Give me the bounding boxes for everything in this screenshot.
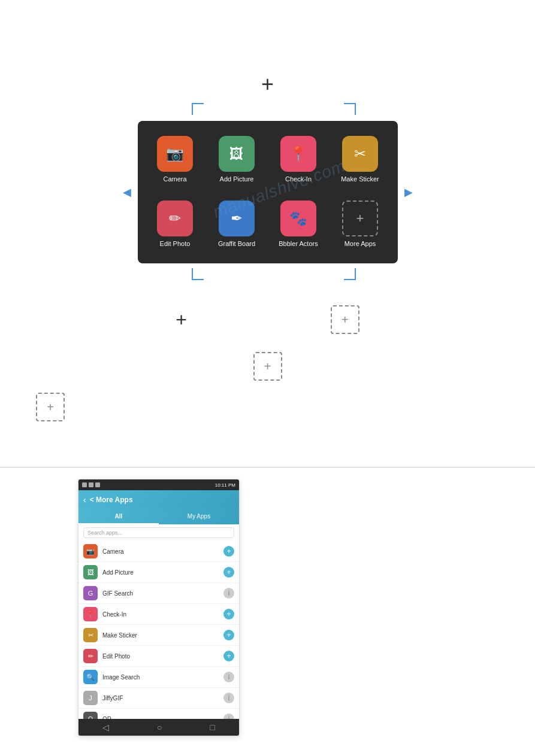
app-icon-graffiti-board: ✒ <box>219 201 255 236</box>
list-icon-image-search: 🔍 <box>83 670 98 684</box>
list-icon-jiffygif: J <box>83 691 98 705</box>
middle-section: + + + + <box>0 305 535 421</box>
list-label-gif-search: GIF Search <box>102 590 223 597</box>
list-item-add-picture[interactable]: 🖼Add Picture+ <box>78 562 239 583</box>
plus-row: + + <box>0 305 535 334</box>
status-bar: 10:11 PM <box>78 479 239 490</box>
list-label-camera: Camera <box>102 548 223 555</box>
list-label-image-search: Image Search <box>102 674 223 681</box>
list-item-image-search[interactable]: 🔍Image Searchi <box>78 667 239 688</box>
app-icon-more-apps: + <box>342 201 378 236</box>
plus-dashed-left-row: + <box>0 393 535 421</box>
app-icon-check-in: 📍 <box>280 136 316 172</box>
list-item-make-sticker[interactable]: ✂Make Sticker+ <box>78 625 239 646</box>
add-button-make-sticker[interactable]: + <box>223 630 234 640</box>
tab-all[interactable]: All <box>78 509 159 524</box>
list-item-camera[interactable]: 📷Camera+ <box>78 541 239 562</box>
app-label-edit-photo: Edit Photo <box>160 240 191 248</box>
add-button-edit-photo[interactable]: + <box>223 651 234 661</box>
app-label-graffiti-board: Graffit Board <box>218 240 255 248</box>
add-button-check-in[interactable]: + <box>223 609 234 620</box>
phone-tabs: AllMy Apps <box>78 509 239 524</box>
plus-dashed-center-row: + <box>0 352 535 381</box>
plus-solid-icon: + <box>176 309 187 331</box>
app-icon-add-picture: 🖼 <box>219 136 255 172</box>
tab-my-apps[interactable]: My Apps <box>159 509 239 524</box>
app-label-add-picture: Add Picture <box>220 175 254 183</box>
app-icon-edit-photo: ✏ <box>157 201 193 236</box>
top-plus-icon: + <box>261 72 274 97</box>
app-label-check-in: Check-In <box>285 175 312 183</box>
status-icons <box>82 482 100 487</box>
list-label-make-sticker: Make Sticker <box>102 632 223 639</box>
phone-nav-bar: ◁○□ <box>78 719 239 736</box>
nav-button-2[interactable]: □ <box>210 722 215 732</box>
list-icon-check-in: 📍 <box>83 607 98 621</box>
app-icon-camera: 📷 <box>157 136 193 172</box>
list-item-jiffygif[interactable]: JJiffyGIFi <box>78 688 239 709</box>
phone-header: ‹ < More Apps <box>78 490 239 509</box>
list-icon-camera: 📷 <box>83 544 98 558</box>
list-icon-add-picture: 🖼 <box>83 565 98 579</box>
status-time: 10:11 PM <box>215 482 235 488</box>
phone-app-list: 📷Camera+🖼Add Picture+GGIF Searchi📍Check-… <box>78 541 239 736</box>
app-icon-make-sticker: ✂ <box>342 136 378 172</box>
app-label-camera: Camera <box>163 175 186 183</box>
header-title: < More Apps <box>90 496 133 504</box>
add-button-camera[interactable]: + <box>223 546 234 557</box>
plus-dashed-left-icon: + <box>47 400 54 414</box>
bracket-top-left <box>192 103 204 115</box>
list-icon-edit-photo: ✏ <box>83 649 98 663</box>
plus-dashed-right-icon: + <box>341 313 349 327</box>
app-item-camera[interactable]: 📷Camera <box>147 130 204 190</box>
app-item-check-in[interactable]: 📍Check-In <box>270 130 327 190</box>
add-button-add-picture[interactable]: + <box>223 567 234 578</box>
nav-button-1[interactable]: ○ <box>157 722 162 732</box>
bracket-bottom-left <box>192 268 204 280</box>
plus-dashed-right-box[interactable]: + <box>331 305 359 334</box>
list-icon-make-sticker: ✂ <box>83 628 98 642</box>
app-item-more-apps[interactable]: +More Apps <box>332 195 389 254</box>
bracket-top-right <box>344 103 356 115</box>
list-label-check-in: Check-In <box>102 611 223 618</box>
search-bar[interactable]: Search apps... <box>83 527 234 538</box>
arrow-right-icon: ▶ <box>404 186 413 199</box>
app-item-edit-photo[interactable]: ✏Edit Photo <box>147 195 204 254</box>
phone-screenshot: 10:11 PM ‹ < More Apps AllMy Apps Search… <box>78 479 240 736</box>
battery-icon <box>95 482 100 487</box>
app-grid-wrapper: ◀ ▶ 📷Camera🖼Add Picture📍Check-In✂Make St… <box>138 121 398 263</box>
signal-icon <box>82 482 87 487</box>
plus-dashed-center-icon: + <box>264 360 271 374</box>
app-item-make-sticker[interactable]: ✂Make Sticker <box>332 130 389 190</box>
app-item-bbbler-actors[interactable]: 🐾Bbbler Actors <box>270 195 327 254</box>
app-grid: 📷Camera🖼Add Picture📍Check-In✂Make Sticke… <box>138 121 398 263</box>
plus-dashed-center-box[interactable]: + <box>253 352 282 381</box>
section-divider <box>0 467 535 467</box>
list-label-add-picture: Add Picture <box>102 569 223 576</box>
list-item-check-in[interactable]: 📍Check-In+ <box>78 604 239 625</box>
wifi-icon <box>89 482 93 487</box>
list-item-gif-search[interactable]: GGIF Searchi <box>78 583 239 604</box>
app-icon-bbbler-actors: 🐾 <box>280 201 316 236</box>
top-section: + ◀ ▶ 📷Camera🖼Add Picture📍Check-In✂Make … <box>0 72 535 263</box>
nav-button-0[interactable]: ◁ <box>102 722 109 732</box>
list-label-jiffygif: JiffyGIF <box>102 695 223 702</box>
arrow-left-icon: ◀ <box>123 186 131 199</box>
info-button-jiffygif[interactable]: i <box>223 693 234 703</box>
app-label-bbbler-actors: Bbbler Actors <box>279 240 318 248</box>
back-button[interactable]: ‹ <box>83 495 86 505</box>
info-button-gif-search[interactable]: i <box>223 588 234 599</box>
app-item-graffiti-board[interactable]: ✒Graffit Board <box>208 195 265 254</box>
app-label-make-sticker: Make Sticker <box>341 175 379 183</box>
list-label-edit-photo: Edit Photo <box>102 653 223 660</box>
list-icon-gif-search: G <box>83 586 98 600</box>
app-label-more-apps: More Apps <box>344 240 376 248</box>
info-button-image-search[interactable]: i <box>223 672 234 682</box>
app-item-add-picture[interactable]: 🖼Add Picture <box>208 130 265 190</box>
list-item-edit-photo[interactable]: ✏Edit Photo+ <box>78 646 239 667</box>
plus-dashed-left-box[interactable]: + <box>36 393 65 421</box>
bracket-bottom-right <box>344 268 356 280</box>
